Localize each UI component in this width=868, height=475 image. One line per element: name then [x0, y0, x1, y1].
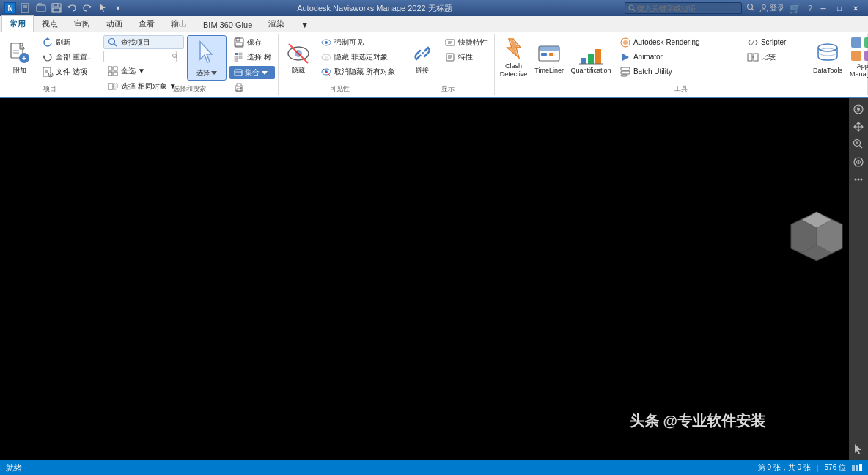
select-button[interactable]: 选择: [187, 35, 227, 81]
minimize-button[interactable]: ─: [815, 1, 831, 15]
more-nav-button[interactable]: [850, 172, 867, 188]
tab-viewpoint[interactable]: 视点: [34, 15, 66, 32]
autodesk-rendering-icon: [619, 37, 631, 48]
compare-button[interactable]: 比较: [743, 50, 802, 64]
clash-detective-button[interactable]: Clash Detective: [498, 35, 530, 81]
file-options-button[interactable]: 文件 选项: [38, 65, 97, 78]
select-tree-label: 选择 树: [247, 52, 271, 62]
properties-button[interactable]: 特性: [441, 50, 491, 64]
qa-dropdown[interactable]: ▼: [111, 2, 125, 14]
svg-line-13: [751, 9, 754, 11]
animator-icon: [619, 51, 631, 63]
find-items-button[interactable]: 查找项目: [103, 35, 184, 49]
save-button[interactable]: 保存: [229, 35, 275, 49]
svg-rect-67: [446, 40, 455, 45]
svg-rect-83: [595, 49, 601, 64]
reset-icon: [42, 51, 54, 63]
look-around-button[interactable]: [850, 154, 867, 170]
hide-unselected-button[interactable]: 隐藏 非选定对象: [317, 50, 399, 64]
svg-point-95: [818, 44, 837, 51]
compare-icon: [747, 51, 759, 63]
shopping-icon[interactable]: 🛒: [789, 3, 801, 14]
find-label: 查找项目: [121, 37, 150, 48]
collection-button[interactable]: 集合: [229, 66, 275, 79]
svg-text:+: +: [22, 54, 26, 62]
coordinates: 576 位: [825, 463, 846, 473]
restore-button[interactable]: □: [831, 1, 847, 15]
app-title: Autodesk Navisworks Manage 2022 无标题: [125, 3, 625, 14]
attach-button[interactable]: + 附加: [3, 35, 37, 81]
qa-open[interactable]: [34, 2, 48, 14]
batch-utility-button[interactable]: Batch Utility: [616, 65, 740, 78]
quantification-icon: [579, 42, 603, 65]
quantification-button[interactable]: Quantification: [569, 35, 613, 81]
svg-rect-43: [235, 43, 243, 46]
cancel-hide-icon: [320, 66, 332, 78]
tab-review[interactable]: 审阅: [66, 15, 98, 32]
svg-rect-47: [239, 56, 242, 59]
refresh-button[interactable]: 刷新: [38, 35, 97, 49]
svg-rect-5: [54, 4, 58, 7]
tab-more[interactable]: ▼: [293, 18, 317, 32]
svg-rect-34: [114, 67, 117, 70]
batch-utility-label: Batch Utility: [633, 67, 672, 76]
require-visible-button[interactable]: 强制可见: [317, 35, 399, 49]
tab-home[interactable]: 常用: [1, 15, 34, 32]
link-button[interactable]: 链接: [405, 35, 439, 81]
project-group-label: 项目: [0, 84, 100, 94]
quantification-label: Quantification: [570, 67, 611, 75]
all-select-icon: [107, 65, 119, 77]
all-select-button[interactable]: 全选 ▼: [103, 64, 184, 78]
svg-line-32: [176, 57, 177, 59]
qa-new[interactable]: [19, 2, 32, 14]
datatools-button[interactable]: DataTools: [811, 35, 845, 81]
window-controls: ─ □ ✕: [815, 1, 864, 15]
qa-save[interactable]: [50, 2, 63, 14]
status-left: 就绪: [6, 463, 22, 474]
zoom-button[interactable]: [850, 136, 867, 152]
link-label: 链接: [416, 67, 429, 75]
navi-cube[interactable]: [787, 208, 846, 267]
login-button[interactable]: 登录: [760, 3, 784, 13]
tab-output[interactable]: 输出: [163, 15, 195, 32]
timeliner-button[interactable]: TimeLiner: [532, 35, 566, 81]
select-mode-button[interactable]: [850, 441, 867, 457]
cancel-hide-button[interactable]: 取消隐藏 所有对象: [317, 65, 399, 78]
qa-undo[interactable]: [65, 2, 78, 14]
project-small-btns: 刷新 全部 重置... 文件 选项: [38, 35, 97, 78]
properties-label: 特性: [458, 52, 473, 62]
app-manager-button[interactable]: App Manager: [847, 35, 868, 81]
qa-cursor[interactable]: [96, 2, 109, 14]
qa-redo[interactable]: [81, 2, 94, 14]
svg-rect-50: [235, 70, 242, 76]
svg-rect-89: [621, 71, 630, 74]
close-button[interactable]: ✕: [847, 1, 864, 15]
svg-point-14: [762, 5, 765, 9]
svg-rect-81: [581, 58, 586, 64]
ribbon-search-input[interactable]: [106, 53, 172, 60]
scripter-button[interactable]: Scripter: [743, 35, 802, 49]
orbit-button[interactable]: [850, 101, 867, 117]
status-right: 第 0 张，共 0 张 | 576 位: [758, 463, 862, 473]
help-button[interactable]: ?: [808, 4, 812, 12]
tab-animation[interactable]: 动画: [98, 15, 130, 32]
require-visible-label: 强制可见: [334, 37, 364, 48]
tab-render[interactable]: 渲染: [260, 15, 293, 32]
tab-bim360[interactable]: BIM 360 Glue: [195, 18, 260, 32]
tab-view[interactable]: 查看: [130, 15, 163, 32]
select-tree-button[interactable]: 选择 树: [229, 50, 275, 64]
reset-all-button[interactable]: 全部 重置...: [38, 50, 97, 64]
pan-button[interactable]: [850, 119, 867, 135]
hide-button[interactable]: 隐藏: [282, 35, 315, 81]
link-icon: [411, 42, 434, 65]
autodesk-rendering-button[interactable]: Autodesk Rendering: [616, 35, 740, 49]
svg-point-60: [325, 41, 328, 44]
animator-button[interactable]: Animator: [616, 50, 740, 64]
shortcut-button[interactable]: 快捷特性: [441, 35, 491, 49]
svg-rect-45: [239, 53, 242, 55]
svg-marker-9: [100, 4, 106, 12]
svg-point-31: [173, 54, 177, 58]
search-input[interactable]: [637, 4, 732, 12]
svg-rect-3: [37, 5, 45, 12]
app-logo: N: [4, 2, 16, 14]
